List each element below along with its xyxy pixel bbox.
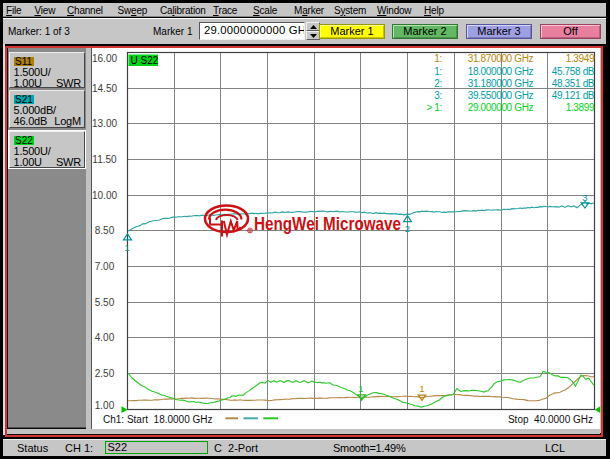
svg-text:4.00: 4.00 — [95, 332, 115, 343]
svg-text:11.50: 11.50 — [92, 154, 117, 165]
svg-text:1.00: 1.00 — [95, 400, 115, 411]
svg-text:5.50: 5.50 — [95, 297, 115, 308]
svg-text:18.000000 GHz: 18.000000 GHz — [468, 66, 534, 77]
svg-text:16.00: 16.00 — [92, 53, 117, 64]
svg-text:1: 1 — [358, 383, 363, 394]
svg-text:> 1:: > 1: — [426, 102, 442, 113]
svg-text:39.550000 GHz: 39.550000 GHz — [468, 90, 534, 101]
svg-text:1:: 1: — [434, 66, 442, 77]
svg-text:3:: 3: — [434, 90, 442, 101]
svg-text:8.50: 8.50 — [95, 225, 115, 236]
svg-text:HengWei Microwave: HengWei Microwave — [254, 213, 401, 234]
svg-text:49.121 dB: 49.121 dB — [552, 90, 595, 101]
svg-text:1:: 1: — [434, 53, 442, 64]
svg-text:Ch1: Start 18.0000 GHz: Ch1: Start 18.0000 GHz — [103, 414, 213, 425]
svg-text:1.3899: 1.3899 — [566, 102, 595, 113]
svg-text:48.351 dB: 48.351 dB — [552, 78, 595, 89]
svg-text:31.180000 GHz: 31.180000 GHz — [468, 78, 534, 89]
svg-text:Stop 40.0000 GHz: Stop 40.0000 GHz — [508, 414, 593, 425]
svg-text:1: 1 — [419, 383, 424, 394]
svg-text:2:: 2: — [434, 78, 442, 89]
svg-text:7.00: 7.00 — [95, 261, 115, 272]
svg-text:3: 3 — [582, 192, 587, 203]
svg-text:1.3949: 1.3949 — [566, 53, 595, 64]
svg-text:31.870000 GHz: 31.870000 GHz — [468, 53, 534, 64]
svg-text:13.00: 13.00 — [92, 118, 117, 129]
svg-text:10.00: 10.00 — [92, 190, 117, 201]
svg-text:45.758 dB: 45.758 dB — [552, 66, 595, 77]
svg-text:2: 2 — [405, 223, 410, 234]
svg-text:2.50: 2.50 — [95, 368, 115, 379]
svg-text:29.000000 GHz: 29.000000 GHz — [468, 102, 534, 113]
svg-text:1: 1 — [125, 242, 130, 253]
svg-text:U S22: U S22 — [131, 55, 159, 66]
svg-text:14.50: 14.50 — [92, 83, 117, 94]
